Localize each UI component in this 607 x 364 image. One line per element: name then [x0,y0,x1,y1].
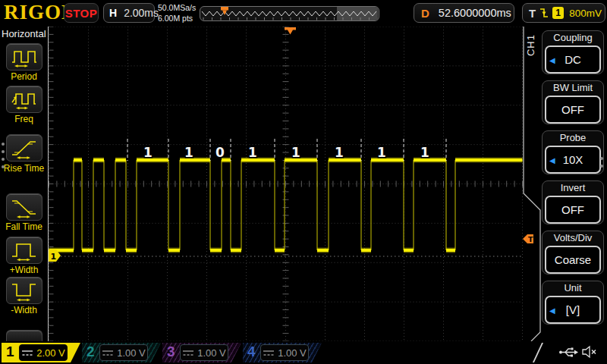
period-label: Period [0,71,48,82]
dc-coupling-icon [182,350,194,356]
horizontal-timebase-box[interactable]: H 2.00ms [103,3,155,23]
channel-2-status[interactable]: 2 1.00 V [82,343,161,362]
speaker-muted-icon [581,344,598,359]
delay-value: 52.6000000ms [439,7,511,19]
svg-text:1: 1 [335,145,344,160]
top-status-bar: RIGOL STOP H 2.00ms 50.0MSa/s 6.00M pts … [0,0,607,27]
svg-text:1: 1 [184,145,193,160]
minus-width-label: -Width [0,305,48,315]
horizontal-label: H [109,7,117,19]
channel-3-scale: 1.00 V [197,347,226,359]
acquisition-info: 50.0MSa/s 6.00M pts [158,2,196,24]
left-arrow-icon: ◀ [549,55,555,64]
svg-text:1: 1 [377,145,386,160]
memory-depth: 6.00M pts [158,13,196,24]
menu-item-coupling[interactable]: Coupling ◀ DC [542,30,604,74]
memory-position-bar[interactable] [200,6,379,21]
svg-text:1: 1 [143,145,153,160]
coupling-label: Coupling [543,32,603,43]
svg-text:1: 1 [51,252,57,262]
left-menu-title: Horizontal [2,28,46,39]
left-arrow-icon: ◀ [549,306,555,314]
falling-edge-icon [539,8,549,18]
left-arrow-icon: ◀ [549,155,555,164]
invert-value: OFF [561,203,584,216]
rise-time-button[interactable] [6,134,42,162]
channel-1-scale: 2.00 V [36,347,65,359]
next-menu-item-partial[interactable] [6,330,42,341]
dc-coupling-icon [21,350,33,356]
fall-time-button[interactable] [6,193,42,221]
channel-1-number: 1 [6,344,14,360]
plus-width-button[interactable] [6,237,42,264]
menu-item-probe[interactable]: Probe ◀ 10X [542,130,604,174]
status-bar-divider [533,343,543,362]
channel-4-number: 4 [247,344,256,360]
menu-item-volts-div[interactable]: Volts/Div ◀ Coarse [542,231,604,275]
plus-width-icon [11,239,38,262]
sample-rate: 50.0MSa/s [158,2,196,13]
svg-text:1: 1 [420,145,429,160]
svg-text:0: 0 [215,145,225,160]
minus-width-button[interactable] [6,277,42,304]
invert-label: Invert [543,182,603,193]
freq-label: Freq [0,114,48,124]
bw-limit-label: BW Limit [543,82,603,93]
timebase-value: 2.00ms [124,7,159,19]
menu-item-bw-limit[interactable]: BW Limit ◀ OFF [542,80,604,124]
fall-time-icon [11,196,38,218]
volts-div-value: Coarse [555,253,591,266]
svg-text:1: 1 [248,145,257,160]
channel-3-status[interactable]: 3 1.00 V [162,343,241,362]
graticule-grid [49,27,523,341]
menu-item-unit[interactable]: Unit ◀ [V] [542,281,604,325]
channel-1-status[interactable]: 1 2.00 V [2,343,80,362]
channel-4-status[interactable]: 4 1.00 V [243,343,322,362]
period-icon [11,46,38,68]
trigger-box[interactable]: T 1 800mV [522,3,605,23]
unit-value: [V] [566,303,580,316]
period-button[interactable] [6,43,42,71]
dc-coupling-icon [263,350,275,356]
dc-coupling-icon [102,350,114,356]
run-state-label: STOP [65,7,98,20]
freq-icon [11,88,38,111]
menu-item-invert[interactable]: Invert ◀ OFF [542,180,604,224]
menu-tab-outline [522,27,542,341]
oscilloscope-screen: { "top_bar": { "logo": "RIGOL", "run_sta… [0,0,607,364]
run-state-button[interactable]: STOP [64,3,99,23]
channel-2-scale: 1.00 V [117,347,146,359]
trigger-level-marker[interactable]: T [522,232,534,246]
trigger-label: T [529,7,536,20]
usb-icon [558,346,579,359]
volts-div-label: Volts/Div [543,232,603,243]
svg-text:T: T [528,235,533,243]
horizontal-measure-menu: Horizontal Period Freq Rise Tim [0,27,49,341]
probe-label: Probe [543,132,603,143]
plus-width-label: +Width [0,265,48,275]
ch1-trace [49,160,523,256]
channel-4-scale: 1.00 V [278,347,307,359]
rise-time-icon [11,136,38,159]
delay-box[interactable]: D 52.6000000ms [414,3,514,23]
trigger-source-badge: 1 [552,7,564,19]
unit-label: Unit [543,282,603,293]
memory-waveform-icon [200,7,379,20]
freq-button[interactable] [6,86,42,113]
channel-status-bar: 1 2.00 V 2 1.00 V 3 1.00 V [0,341,607,364]
channel-menu-tab: CH1 [525,34,536,56]
minus-width-icon [11,279,38,302]
coupling-value: DC [565,53,581,66]
probe-value: 10X [563,153,583,166]
fall-time-label: Fall Time [0,221,48,232]
channel-3-number: 3 [167,344,175,360]
ch1-settings-menu: Coupling ◀ DC BW Limit ◀ OFF Probe ◀ 10X… [540,27,607,341]
trigger-level-value: 800mV [569,8,602,19]
delay-label: D [421,7,429,20]
channel-2-number: 2 [86,344,95,360]
svg-text:1: 1 [291,145,300,160]
rise-time-label: Rise Time [0,163,48,174]
bw-limit-value: OFF [561,103,584,116]
waveform-display: 110111111 [0,0,607,364]
